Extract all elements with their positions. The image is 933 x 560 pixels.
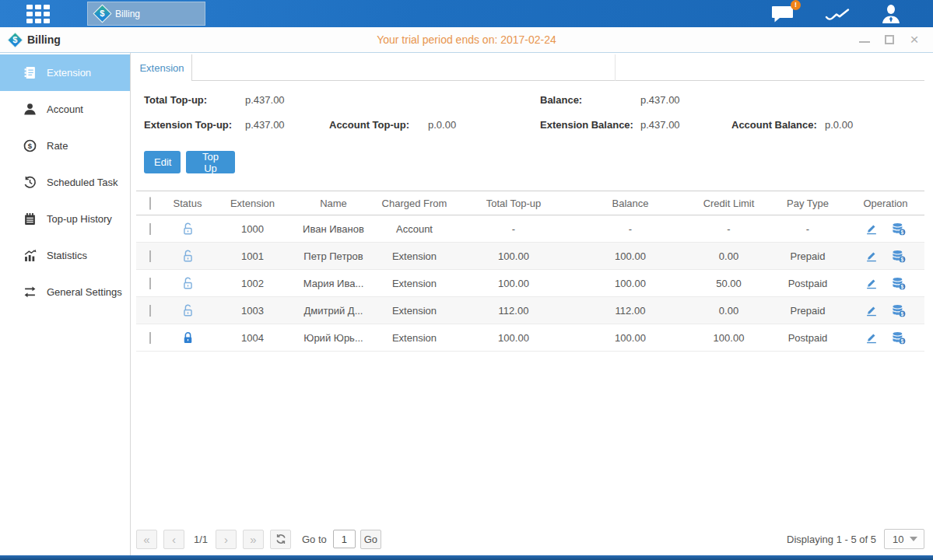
row-checkbox[interactable] [149,332,151,344]
table-row[interactable]: 1000Иван ИвановAccount----$ [136,215,924,243]
cell-balance: 100.00 [572,278,689,289]
first-page-button[interactable]: « [136,530,157,549]
table-row[interactable]: 1001Петр ПетровExtension100.00100.000.00… [136,243,924,270]
stat-total-topup: Total Top-up: p.437.00 [144,93,285,107]
taskbar-tab-billing[interactable]: $ Billing [87,2,205,26]
svg-text:$: $ [901,338,904,344]
cell-name: Юрий Юрь... [293,332,374,344]
edit-row-icon[interactable] [865,276,879,290]
status-cell [163,249,212,264]
statistics-icon [23,249,37,262]
top-up-row-icon[interactable]: $ [891,303,907,318]
cell-name: Дмитрий Д... [293,305,374,317]
sidebar-item-extension[interactable]: Extension [0,54,130,91]
app-launcher-icon[interactable] [26,5,56,23]
stat-extension-topup: Extension Top-up: p.437.00 [144,117,285,131]
tab-extension[interactable]: Extension [132,54,192,81]
svg-text:$: $ [901,283,904,289]
sidebar-item-statistics[interactable]: Statistics [0,237,130,274]
sidebar-item-label: General Settings [47,286,122,298]
billing-app-window: $ Billing ! $ [0,0,933,560]
col-pay-type: Pay Type [769,198,847,209]
page-size-select[interactable]: 10 [884,529,924,549]
cell-pay-type: Postpaid [769,332,847,344]
svg-text:$: $ [901,229,904,235]
maximize-button[interactable] [883,33,896,46]
refresh-icon [275,534,286,544]
edit-row-icon[interactable] [865,222,879,236]
cell-balance: - [572,223,689,235]
edit-row-icon[interactable] [865,303,879,317]
col-charged-from: Charged From [374,198,455,209]
status-cell [163,222,212,236]
cell-operation: $ [847,222,924,236]
page-indicator: 1/1 [191,534,211,545]
cell-total-topup: 100.00 [455,332,572,344]
prev-page-button[interactable]: ‹ [163,530,184,549]
cell-charged-from: Account [374,223,455,235]
general-settings-icon [23,285,37,299]
cell-balance: 112.00 [572,305,689,317]
extension-icon [23,66,37,79]
statistics-chart-icon[interactable] [824,5,851,23]
cell-name: Иван Иванов [293,223,374,235]
messages-icon[interactable]: ! [771,5,794,23]
last-page-button[interactable]: » [243,530,264,549]
cell-extension: 1001 [212,250,293,262]
select-all-checkbox[interactable] [149,197,151,210]
col-balance: Balance [572,198,689,209]
stat-account-balance: Account Balance: p.0.00 [731,117,853,131]
goto-page-input[interactable] [333,530,356,548]
next-page-button[interactable]: › [216,530,237,549]
cell-operation: $ [847,276,924,291]
row-checkbox[interactable] [149,305,151,317]
cell-credit-limit: 50.00 [689,278,769,289]
sidebar-item-rate[interactable]: $ Rate [0,128,130,164]
cell-pay-type: Postpaid [769,278,847,289]
sidebar-item-scheduled-task[interactable]: Scheduled Task [0,164,130,201]
row-checkbox[interactable] [149,278,151,289]
cell-operation: $ [847,249,924,264]
sidebar-item-topup-history[interactable]: Top-up History [0,201,130,237]
table-row[interactable]: 1003Дмитрий Д...Extension112.00112.000.0… [136,297,924,324]
top-up-row-icon[interactable]: $ [891,249,907,264]
edit-row-icon[interactable] [865,331,879,345]
window-titlebar: $ Billing Your trial period ends on: 201… [0,27,933,53]
top-up-row-icon[interactable]: $ [891,276,907,291]
col-total-topup: Total Top-up [455,198,572,209]
notification-badge: ! [791,0,801,10]
goto-label: Go to [302,534,327,545]
top-up-row-icon[interactable]: $ [891,222,907,236]
cell-operation: $ [847,331,924,345]
status-cell [163,303,212,318]
refresh-button[interactable] [270,530,291,549]
sidebar-item-label: Account [47,103,83,115]
window-title-group: $ Billing [9,27,61,52]
edit-row-icon[interactable] [865,249,879,263]
table-row[interactable]: 1004Юрий Юрь...Extension100.00100.00100.… [136,324,924,352]
minimize-button[interactable] [858,33,871,46]
cell-extension: 1003 [212,305,293,317]
cell-credit-limit: 0.00 [689,305,769,317]
chevron-down-icon [910,537,917,541]
cell-pay-type: Prepaid [769,250,847,262]
sidebar-item-account[interactable]: Account [0,91,130,128]
go-button[interactable]: Go [360,530,381,549]
table-row[interactable]: 1002Мария Ива...Extension100.00100.0050.… [136,270,924,297]
table-header: Status Extension Name Charged From Total… [136,191,924,215]
main-content: Extension Total Top-up: p.437.00 Balance… [131,53,933,555]
user-account-icon[interactable] [880,4,902,24]
edit-button[interactable]: Edit [144,151,181,173]
status-cell [163,276,212,291]
window-title: Billing [27,33,61,46]
row-checkbox[interactable] [149,250,151,262]
sidebar-item-label: Rate [47,140,68,152]
top-up-row-icon[interactable]: $ [891,331,907,345]
taskbar-tab-label: Billing [115,9,140,19]
unlocked-icon [181,222,195,236]
row-checkbox[interactable] [149,223,151,235]
top-up-button[interactable]: Top Up [186,151,235,173]
cell-name: Петр Петров [293,250,374,262]
close-button[interactable]: × [908,33,921,46]
sidebar-item-general-settings[interactable]: General Settings [0,274,130,310]
